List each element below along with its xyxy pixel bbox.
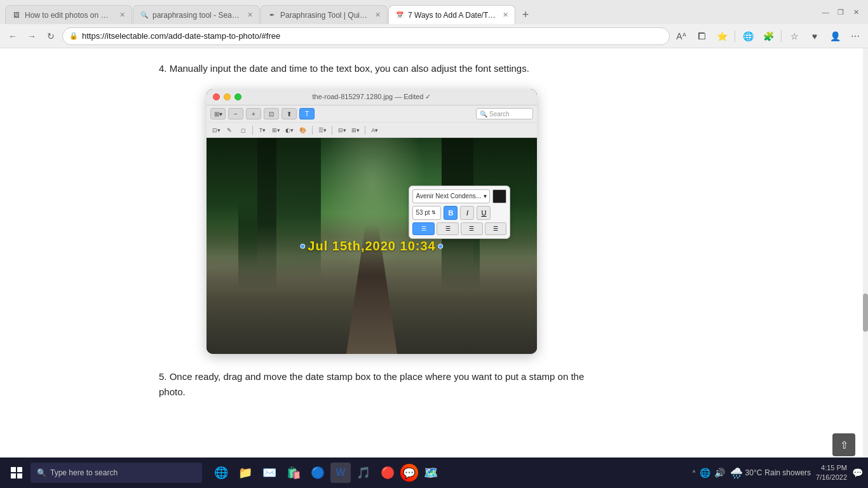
text-handle-right[interactable] xyxy=(438,243,444,248)
user-avatar[interactable]: 👤 xyxy=(827,29,843,44)
align-tool[interactable]: ☰▾ xyxy=(316,125,328,135)
tray-expand-button[interactable]: ^ xyxy=(693,470,696,477)
minimize-button[interactable]: — xyxy=(821,8,830,17)
taskbar-search-icon: 🔍 xyxy=(37,468,46,477)
taskbar-app-messenger[interactable]: 💬 xyxy=(400,464,418,482)
filter-tool[interactable]: ⊞▾ xyxy=(349,125,361,135)
font-family-row: Avenir Next Condens... ▾ xyxy=(412,189,506,203)
layers-tool[interactable]: ⊟▾ xyxy=(336,125,348,135)
mac-view-btn[interactable]: ⊞▾ xyxy=(210,108,226,119)
tab-3[interactable]: ✒ Paraphrasing Tool | QuillBot AI ✕ xyxy=(261,5,388,24)
taskbar-app-mail[interactable]: ✉️ xyxy=(258,461,281,484)
address-bar[interactable]: 🔒 https://itselectable.com/add-date-stam… xyxy=(62,27,670,45)
taskbar-app-spotify[interactable]: 🎵 xyxy=(352,461,375,484)
text-align-row: ☰ ☰ ☰ ☰ xyxy=(412,222,506,235)
taskbar-app-browser[interactable]: 🌐 xyxy=(210,461,233,484)
font-family-dropdown[interactable]: Avenir Next Condens... ▾ xyxy=(412,189,490,203)
tab-2[interactable]: 🔍 paraphrasing tool - Search ✕ xyxy=(133,5,260,24)
toolbar-divider-2 xyxy=(781,30,782,42)
select-tool[interactable]: ⊡▾ xyxy=(210,125,222,135)
menu-button[interactable]: ⋯ xyxy=(848,29,863,44)
preview-container: the-road-815297.1280.jpg — Edited ✓ ⊞▾ −… xyxy=(159,89,585,354)
size-stepper[interactable]: ⇅ xyxy=(431,210,436,215)
shapes-tool[interactable]: ◻ xyxy=(237,125,248,135)
date-text-overlay[interactable]: Jul 15th,2020 10:34 xyxy=(300,239,443,254)
mac-text-btn[interactable]: T xyxy=(299,108,315,119)
color-tool[interactable]: 🎨 xyxy=(297,125,308,135)
taskbar-app-chrome[interactable]: 🔴 xyxy=(376,461,399,484)
screenshot-icon[interactable]: ⧠ xyxy=(694,29,709,44)
color-swatch[interactable] xyxy=(492,189,506,203)
mac-minimize-btn[interactable] xyxy=(224,93,231,100)
back-button[interactable]: ← xyxy=(5,29,20,44)
align-left-button[interactable]: ☰ xyxy=(412,222,435,235)
tab-4[interactable]: 📅 7 Ways to Add A Date/Time Sta… ✕ xyxy=(388,5,515,24)
align-center-button[interactable]: ☰ xyxy=(437,222,459,235)
mac-share-btn[interactable]: ⬆ xyxy=(281,108,297,119)
tab-1-close[interactable]: ✕ xyxy=(119,11,125,19)
refresh-button[interactable]: ↻ xyxy=(43,29,58,44)
back-to-top-button[interactable]: ⇧ xyxy=(832,433,855,456)
read-mode-icon[interactable]: Aᴬ xyxy=(674,29,689,44)
taskbar-app-store[interactable]: 🛍️ xyxy=(282,461,305,484)
toolbar-sep1 xyxy=(252,126,253,135)
tab-2-close[interactable]: ✕ xyxy=(247,11,253,19)
mac-fit-btn[interactable]: ⊡ xyxy=(264,108,279,119)
mac-close-btn[interactable] xyxy=(213,93,220,100)
font-size-field[interactable]: 53 pt ⇅ xyxy=(412,206,441,220)
taskbar-app-maps[interactable]: 🗺️ xyxy=(419,461,442,484)
mac-toolbar: ⊞▾ − + ⊡ ⬆ T 🔍 Search ⊡▾ ✎ xyxy=(207,105,537,138)
underline-button[interactable]: U xyxy=(477,206,491,220)
collections-icon[interactable]: ♥ xyxy=(807,29,822,44)
favorites-icon[interactable]: ⭐ xyxy=(714,29,729,44)
scroll-indicator[interactable] xyxy=(863,48,868,458)
crop-tool[interactable]: ⊞▾ xyxy=(270,125,281,135)
tab-2-label: paraphrasing tool - Search xyxy=(153,11,241,20)
weather-info: 🌧️ 30°C Rain showers xyxy=(730,467,811,479)
mac-search[interactable]: 🔍 Search xyxy=(476,108,533,119)
tab-1[interactable]: 🖼 How to edit photos on Mac 202 ✕ xyxy=(5,5,132,24)
font-style-row: 53 pt ⇅ B I U xyxy=(412,206,506,220)
italic-button[interactable]: I xyxy=(460,206,474,220)
text-tool[interactable]: T▾ xyxy=(257,125,268,135)
adjustments-tool[interactable]: ◐▾ xyxy=(283,125,295,135)
tray-icons: ^ 🌐 🔊 xyxy=(693,468,725,478)
tab-3-favicon: ✒ xyxy=(268,11,276,20)
tab-3-label: Paraphrasing Tool | QuillBot AI xyxy=(280,11,369,20)
mac-zoom-in-btn[interactable]: + xyxy=(246,108,261,119)
align-justify-button[interactable]: ☰ xyxy=(485,222,507,235)
tab-4-close[interactable]: ✕ xyxy=(503,11,508,19)
window-controls: — ❐ ✕ xyxy=(813,0,868,24)
text-handle-left[interactable] xyxy=(300,243,305,248)
datetime-display: 4:15 PM 7/16/2022 xyxy=(816,463,847,483)
draw-tool[interactable]: ✎ xyxy=(224,125,235,135)
maximize-button[interactable]: ❐ xyxy=(836,8,845,17)
tray-network-icon[interactable]: 🌐 xyxy=(700,468,710,478)
tab-bar: 🖼 How to edit photos on Mac 202 ✕ 🔍 para… xyxy=(0,0,868,24)
tray-volume-icon[interactable]: 🔊 xyxy=(714,468,725,478)
notifications-button[interactable]: 💬 xyxy=(852,468,863,478)
mac-search-icon: 🔍 xyxy=(480,111,487,118)
font-size-tool[interactable]: A▾ xyxy=(369,125,381,135)
profile-icon[interactable]: 🧩 xyxy=(761,29,776,44)
close-button[interactable]: ✕ xyxy=(851,8,860,17)
start-button[interactable] xyxy=(5,461,28,484)
extensions-icon[interactable]: 🌐 xyxy=(740,29,756,44)
scroll-thumb[interactable] xyxy=(863,294,868,332)
mac-fullscreen-btn[interactable] xyxy=(234,93,241,100)
taskbar-search-text: Type here to search xyxy=(50,468,118,477)
taskbar-search[interactable]: 🔍 Type here to search xyxy=(31,463,202,483)
forward-button[interactable]: → xyxy=(24,29,39,44)
new-tab-button[interactable]: + xyxy=(516,5,535,24)
tab-3-close[interactable]: ✕ xyxy=(375,11,381,19)
svg-rect-2 xyxy=(11,473,16,478)
favorites-bar-icon[interactable]: ☆ xyxy=(787,29,802,44)
taskbar-app-explorer[interactable]: 📁 xyxy=(234,461,257,484)
align-right-button[interactable]: ☰ xyxy=(461,222,483,235)
bold-button[interactable]: B xyxy=(444,206,458,220)
url-text: https://itselectable.com/add-date-stamp-… xyxy=(82,31,280,41)
taskbar-app-word[interactable]: W xyxy=(330,463,351,483)
taskbar-app-edge[interactable]: 🔵 xyxy=(306,461,329,484)
mac-toolbar-row2: ⊡▾ ✎ ◻ T▾ ⊞▾ ◐▾ 🎨 ☰▾ ⊟▾ ⊞▾ xyxy=(207,122,537,137)
mac-zoom-out-btn[interactable]: − xyxy=(228,108,243,119)
